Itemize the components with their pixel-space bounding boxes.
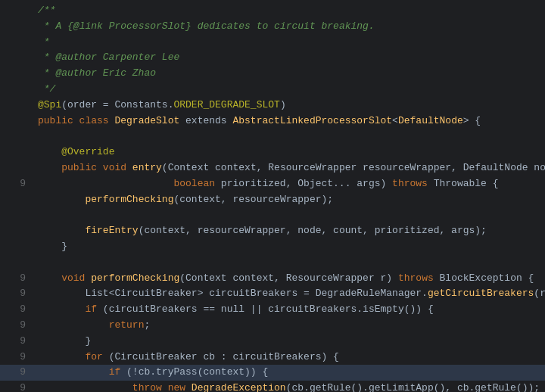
line-content: /** <box>35 3 545 19</box>
line-content: */ <box>35 82 545 98</box>
code-line: * @author Carpenter Lee <box>0 50 545 66</box>
line-content <box>35 129 545 145</box>
line-content: } <box>35 334 545 350</box>
line-content: public void entry(Context context, Resou… <box>35 160 545 176</box>
line-content: void performChecking(Context context, Re… <box>35 271 545 287</box>
code-line: * <box>0 35 545 51</box>
code-line: performChecking(context, resourceWrapper… <box>0 192 545 208</box>
line-content: * <box>35 35 545 51</box>
line-number: 9 <box>12 365 35 381</box>
line-number: 9 <box>12 176 35 192</box>
code-line: 9 for (CircuitBreaker cb : circuitBreake… <box>0 350 545 366</box>
line-content: if (circuitBreakers == null || circuitBr… <box>35 302 545 318</box>
code-line: @Spi(order = Constants.ORDER_DEGRADE_SLO… <box>0 98 545 114</box>
code-line: public class DegradeSlot extends Abstrac… <box>0 114 545 129</box>
line-content <box>35 207 545 223</box>
line-content: for (CircuitBreaker cb : circuitBreakers… <box>35 350 545 366</box>
code-line: 9 List<CircuitBreaker> circuitBreakers =… <box>0 286 545 302</box>
code-line: */ <box>0 82 545 98</box>
code-line: 9 throw new DegradeException(cb.getRule(… <box>0 381 545 392</box>
code-line: 9 } <box>0 334 545 350</box>
code-line: 9 if (circuitBreakers == null || circuit… <box>0 302 545 318</box>
line-content: @Override <box>35 145 545 160</box>
line-content: throw new DegradeException(cb.getRule().… <box>35 381 545 392</box>
line-content: @Spi(order = Constants.ORDER_DEGRADE_SLO… <box>35 98 545 114</box>
line-content <box>35 255 545 271</box>
line-number: 9 <box>12 350 35 366</box>
line-number: 9 <box>12 302 35 318</box>
line-number: 9 <box>12 286 35 302</box>
line-number: 9 <box>12 271 35 287</box>
code-line <box>0 129 545 145</box>
code-line-highlighted: 9 if (!cb.tryPass(context)) { <box>0 365 545 381</box>
code-line: * A {@link ProcessorSlot} dedicates to c… <box>0 19 545 35</box>
line-number: 9 <box>12 381 35 392</box>
line-content: if (!cb.tryPass(context)) { <box>35 365 545 381</box>
line-content: * A {@link ProcessorSlot} dedicates to c… <box>35 19 545 35</box>
code-line: fireEntry(context, resourceWrapper, node… <box>0 223 545 239</box>
code-line: 9 void performChecking(Context context, … <box>0 271 545 287</box>
code-content: /** * A {@link ProcessorSlot} dedicates … <box>0 0 545 392</box>
code-line <box>0 255 545 271</box>
code-line: @Override <box>0 145 545 160</box>
line-content: } <box>35 239 545 255</box>
line-content: fireEntry(context, resourceWrapper, node… <box>35 223 545 239</box>
line-content: * @author Carpenter Lee <box>35 50 545 66</box>
line-number: 9 <box>12 334 35 350</box>
code-editor: /** * A {@link ProcessorSlot} dedicates … <box>0 0 545 392</box>
code-line: public void entry(Context context, Resou… <box>0 160 545 176</box>
code-line: } <box>0 239 545 255</box>
line-number: 9 <box>12 318 35 334</box>
line-content: boolean prioritized, Object... args) thr… <box>35 176 545 192</box>
code-line: /** <box>0 3 545 19</box>
line-content: public class DegradeSlot extends Abstrac… <box>35 114 545 129</box>
line-content: List<CircuitBreaker> circuitBreakers = D… <box>35 286 545 302</box>
line-content: return; <box>35 318 545 334</box>
line-content: performChecking(context, resourceWrapper… <box>35 192 545 208</box>
line-content: * @author Eric Zhao <box>35 66 545 82</box>
code-line: 9 return; <box>0 318 545 334</box>
code-line: 9 boolean prioritized, Object... args) t… <box>0 176 545 192</box>
code-line <box>0 207 545 223</box>
code-line: * @author Eric Zhao <box>0 66 545 82</box>
